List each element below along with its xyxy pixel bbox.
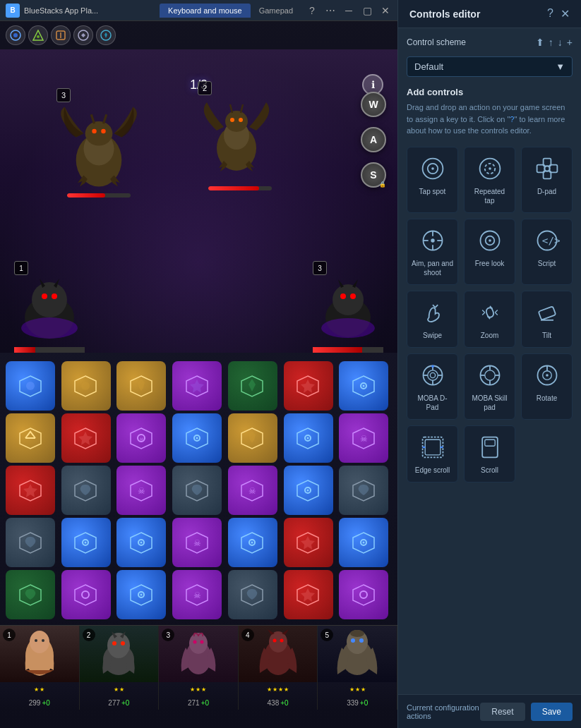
- add-icon[interactable]: +: [567, 37, 573, 48]
- control-swipe[interactable]: Swipe: [407, 291, 458, 348]
- gem-r2c6[interactable]: [339, 466, 388, 515]
- control-moba-d-pad[interactable]: MOBA D-Pad: [407, 353, 458, 420]
- monster-2-health: [208, 186, 272, 190]
- gem-r0c1[interactable]: [61, 361, 111, 411]
- gem-r1c3[interactable]: [172, 413, 222, 463]
- gem-r0c2[interactable]: [116, 361, 166, 411]
- gem-r3c2[interactable]: [116, 518, 166, 567]
- control-moba-skill-pad[interactable]: MOBA Skill pad: [464, 353, 515, 420]
- char-card-3[interactable]: 3 ★★★ 271 +0: [159, 626, 239, 710]
- char-card-5[interactable]: 5 ★★★ 339 +0: [318, 626, 397, 710]
- gem-r4c0[interactable]: [6, 570, 55, 619]
- gem-r4c1[interactable]: [61, 570, 111, 619]
- gem-r0c5[interactable]: [284, 361, 333, 411]
- monster-number-3: 3: [56, 88, 71, 102]
- gem-r3c0[interactable]: [6, 518, 55, 567]
- help-panel-icon[interactable]: ?: [547, 7, 553, 20]
- close-icon[interactable]: ✕: [379, 4, 392, 17]
- control-free-look[interactable]: Free look: [464, 219, 515, 285]
- export-icon[interactable]: ↑: [549, 37, 553, 48]
- tab-gamepad[interactable]: Gamepad: [251, 4, 301, 18]
- minimize-icon[interactable]: ─: [342, 4, 355, 17]
- gem-r2c2[interactable]: ☠: [116, 466, 166, 515]
- panel-title: Controls editor: [409, 8, 480, 20]
- key-a-button[interactable]: A: [361, 127, 386, 152]
- import-icon[interactable]: ↓: [558, 37, 563, 48]
- gem-r1c2[interactable]: ☠: [116, 413, 166, 463]
- upload-icon[interactable]: ⬆: [536, 37, 544, 48]
- close-panel-icon[interactable]: ✕: [561, 7, 570, 20]
- control-tilt[interactable]: Tilt: [521, 291, 573, 348]
- panel-header-icons: ? ✕: [547, 7, 570, 20]
- gem-r0c4[interactable]: [228, 361, 277, 411]
- key-s-button[interactable]: S: [361, 162, 386, 188]
- ability-icon-1[interactable]: [6, 25, 25, 45]
- gem-r0c6[interactable]: [339, 361, 388, 411]
- svg-point-149: [430, 372, 435, 377]
- svg-point-78: [140, 541, 142, 543]
- gem-r4c4[interactable]: [228, 570, 277, 619]
- svg-point-148: [427, 370, 437, 380]
- tab-keyboard[interactable]: Keyboard and mouse: [160, 4, 251, 18]
- gem-r3c4[interactable]: [228, 518, 277, 567]
- gem-r3c6[interactable]: [339, 518, 388, 567]
- gem-r3c5[interactable]: [284, 518, 333, 567]
- char-stats-3: 271 +0: [159, 699, 238, 707]
- ability-icon-4[interactable]: [73, 25, 93, 45]
- control-zoom[interactable]: Zoom: [464, 291, 515, 348]
- gem-r0c0[interactable]: [6, 361, 55, 411]
- gem-r2c4[interactable]: ☠: [228, 466, 277, 515]
- ability-icon-5[interactable]: [96, 25, 116, 45]
- gem-r4c6[interactable]: [339, 570, 388, 619]
- tap-spot-label: Tap spot: [419, 187, 446, 196]
- gem-r1c6[interactable]: ☠: [339, 413, 388, 463]
- control-scroll[interactable]: Scroll: [464, 425, 515, 483]
- svg-rect-166: [425, 439, 441, 455]
- char-card-1[interactable]: 1 ★★ 299 +0: [0, 626, 80, 710]
- gem-r2c0[interactable]: [6, 466, 55, 515]
- svg-marker-100: [353, 585, 374, 605]
- svg-marker-99: [301, 588, 315, 602]
- ability-icon-3[interactable]: [51, 25, 71, 45]
- ability-icon-2[interactable]: [28, 25, 48, 45]
- zoom-icon: [476, 298, 504, 327]
- control-script[interactable]: </> Script: [521, 219, 573, 285]
- gem-r1c0[interactable]: [6, 413, 55, 463]
- char-stars-1: ★★: [0, 686, 79, 693]
- gem-r2c3[interactable]: [172, 466, 222, 515]
- gem-r1c5[interactable]: [284, 413, 333, 463]
- tap-spot-icon: [419, 154, 447, 183]
- control-tap-spot[interactable]: Tap spot: [407, 147, 458, 213]
- svg-point-26: [52, 293, 57, 299]
- monster-3: 3: [56, 92, 141, 205]
- svg-marker-47: [78, 432, 92, 445]
- svg-point-120: [351, 638, 355, 643]
- gem-r4c2[interactable]: [116, 570, 166, 619]
- tilt-icon: [533, 298, 561, 327]
- char-card-2[interactable]: 2 ★★ 277 +0: [80, 626, 160, 710]
- gem-r4c5[interactable]: [284, 570, 333, 619]
- add-controls-desc: Drag and drop an action on your game scr…: [407, 102, 573, 137]
- scheme-dropdown[interactable]: Default ▼: [407, 56, 573, 77]
- reset-button[interactable]: Reset: [480, 703, 525, 721]
- control-rotate[interactable]: Rotate: [521, 353, 573, 420]
- help-icon[interactable]: ?: [306, 4, 318, 17]
- svg-text:</>: </>: [541, 235, 559, 246]
- menu-icon[interactable]: ⋯: [324, 4, 337, 17]
- char-card-4[interactable]: 4 ★★★★ 438 +0: [239, 626, 318, 710]
- control-repeated-tap[interactable]: Repeated tap: [464, 147, 515, 213]
- control-edge-scroll[interactable]: Edge scroll: [407, 425, 458, 483]
- gem-r3c1[interactable]: [61, 518, 111, 567]
- save-button[interactable]: Save: [531, 703, 573, 721]
- gem-r4c3[interactable]: ☠: [172, 570, 222, 619]
- gem-r0c3[interactable]: [172, 361, 222, 411]
- gem-r1c1[interactable]: [61, 413, 111, 463]
- key-w-button[interactable]: W: [361, 92, 386, 117]
- control-aim-pan-shoot[interactable]: Aim, pan and shoot: [407, 219, 458, 285]
- control-d-pad[interactable]: D-pad: [521, 147, 573, 213]
- gem-r2c5[interactable]: [284, 466, 333, 515]
- gem-r1c4[interactable]: [228, 413, 277, 463]
- restore-icon[interactable]: ▢: [361, 4, 373, 17]
- gem-r2c1[interactable]: [61, 466, 111, 515]
- gem-r3c3[interactable]: ☠: [172, 518, 222, 567]
